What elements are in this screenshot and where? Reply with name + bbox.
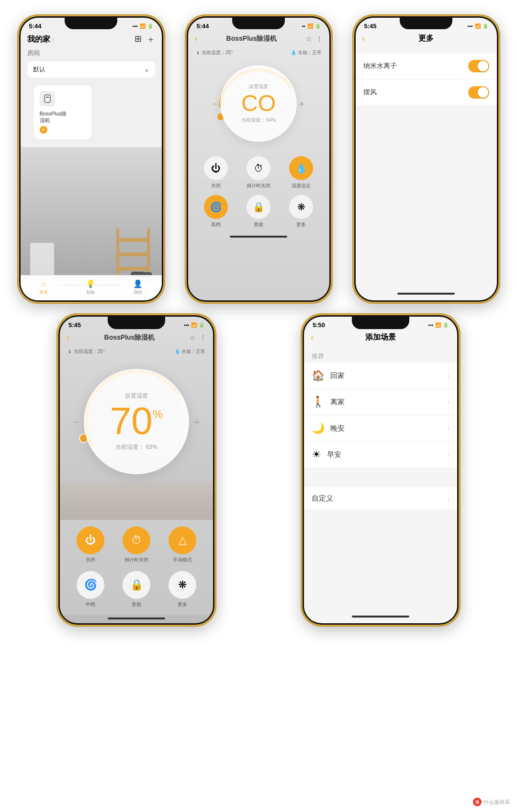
battery-icon-2: 🔋: [315, 23, 321, 29]
ctrl-label-humid-2: 湿度设定: [292, 183, 311, 189]
large-current-humidity: 当前湿度： 63%: [115, 443, 157, 451]
notch-3: [400, 18, 452, 29]
minus-btn-4[interactable]: －: [70, 414, 82, 429]
wifi-icon: 📶: [140, 23, 146, 29]
settings-header-3: ‹ 更多: [356, 32, 497, 49]
signal-icon-4: ▪▪▪: [184, 322, 189, 328]
device-title-2: BossPlus除湿机: [226, 34, 277, 43]
plus-icon[interactable]: ＋: [146, 34, 155, 45]
back-icon-2[interactable]: ‹: [195, 34, 198, 44]
time-1: 5:44: [29, 23, 42, 30]
home-indicator-2: [230, 236, 287, 238]
scene-row-leave[interactable]: 🚶 离家 ›: [304, 389, 457, 415]
svg-rect-1: [46, 97, 49, 98]
ctrl-btn-timer-2[interactable]: ⏱ 倒计时关闭: [240, 156, 277, 189]
section-label-recommend: 推荐: [304, 348, 457, 363]
scene-row-morning[interactable]: ☀ 早安 ›: [304, 442, 457, 468]
chevron-up-icon: ▲: [145, 67, 149, 72]
notch-1: [65, 18, 117, 29]
humid-icon-2: 💧: [289, 156, 313, 180]
settings-screen: 5:45 ▪▪▪ 📶 🔋 ‹ 更多 纳米水离子: [356, 18, 497, 300]
scene-row-home[interactable]: 🏠 回家 ›: [304, 363, 457, 389]
watermark-logo-text: 值: [475, 800, 479, 805]
ctrl-btn-high-2[interactable]: 🌀 高档: [198, 195, 235, 228]
lock-icon-2: 🔒: [247, 195, 270, 219]
header-actions-4: ☆ ⋮: [190, 334, 206, 342]
ctrl-btn-humid-2[interactable]: 💧 湿度设定: [283, 156, 320, 189]
back-icon-4[interactable]: ‹: [67, 332, 69, 343]
water-icon: 💧: [291, 50, 296, 55]
chevron-icon-leave: ›: [447, 398, 450, 406]
back-icon-5[interactable]: ‹: [311, 332, 314, 343]
timer-icon-2: ⏱: [247, 156, 270, 180]
chevron-icon-morning: ›: [447, 451, 450, 458]
time-4: 5:45: [68, 321, 81, 329]
phone-4: 5:45 ▪▪▪ 📶 🔋 ‹ BossPlus除湿机 ☆ ⋮: [56, 313, 216, 627]
device-header-4: ‹ BossPlus除湿机 ☆ ⋮: [60, 331, 213, 346]
scene-row-custom[interactable]: 自定义 ›: [304, 487, 457, 510]
bg-blur-area: [60, 481, 213, 520]
setting-row-2: 摆风: [356, 80, 497, 106]
status-icons-2: ▪▪ 📶 🔋: [302, 23, 320, 29]
tab-home[interactable]: ⌂ 首页: [39, 280, 48, 296]
tab-smart[interactable]: 💡 智能: [86, 279, 95, 296]
ctrl-btn-timer-4[interactable]: ⏱ 倒计时关闭: [117, 526, 156, 563]
plus-btn-4[interactable]: ＋: [191, 414, 202, 429]
scene-title: 添加场景: [365, 333, 396, 341]
ctrl-btn-more-4[interactable]: ❋ 更多: [163, 571, 202, 608]
ctrl-btn-lock-2[interactable]: 🔒 童锁: [240, 195, 277, 228]
ctrl-btn-mode-4[interactable]: △ 手动模式: [163, 526, 202, 563]
menu-icon-4[interactable]: ⋮: [200, 334, 206, 342]
device-card-1[interactable]: BossPlus除湿机 ●: [34, 85, 91, 139]
ctrl-btn-power-2[interactable]: ⏻ 关闭: [198, 156, 235, 189]
chevron-icon-night: ›: [447, 424, 450, 432]
dial-circle-2: － 设置湿度 CO 当前湿度： 64% ＋: [220, 65, 297, 142]
plus-btn-2[interactable]: ＋: [297, 97, 306, 110]
group-label: 默认: [33, 65, 45, 74]
large-dial-label: 设置湿度: [125, 392, 148, 400]
control-grid-4: ⏻ 关闭 ⏱ 倒计时关闭 △ 手动模式 🌀 中档: [60, 520, 213, 615]
signal-icon-5: ▪▪▪: [428, 322, 433, 328]
time-2: 5:44: [197, 23, 209, 30]
battery-icon-4: 🔋: [199, 322, 204, 328]
home-title-arrow: ›: [52, 36, 54, 43]
ctrl-btn-fan-4[interactable]: 🌀 中档: [71, 571, 110, 608]
wifi-icon-5: 📶: [435, 322, 441, 328]
current-humidity-value-2: 64%: [266, 117, 276, 123]
status-icons-1: ▪▪▪ 📶 🔋: [133, 23, 153, 29]
minus-btn-2[interactable]: －: [211, 97, 220, 110]
toggle-1[interactable]: [468, 60, 489, 72]
temp-info-4: 🌡 当前温度：25°: [67, 348, 105, 355]
ctrl-label-high-2: 高档: [211, 221, 221, 228]
home-indicator-3: [397, 293, 455, 295]
device-status-dot: ●: [40, 126, 47, 134]
ctrl-label-mode-4: 手动模式: [173, 557, 192, 563]
temp-label-4: 当前温度：: [74, 349, 98, 354]
grid-icon[interactable]: ⊞: [135, 34, 142, 45]
ctrl-btn-power-4[interactable]: ⏻ 关闭: [71, 526, 110, 563]
toggle-2[interactable]: [468, 86, 489, 99]
home-screen: 5:44 ▪▪▪ 📶 🔋 我的家 › ⊞ ＋: [21, 18, 162, 300]
ctrl-label-timer-4: 倒计时关闭: [124, 557, 148, 563]
room-label: 房间: [21, 49, 162, 61]
settings-title-3: 更多: [418, 34, 434, 42]
notch-2: [232, 18, 285, 29]
menu-icon-2[interactable]: ⋮: [316, 35, 323, 43]
timer-icon-4: ⏱: [123, 526, 150, 554]
home-tab-label: 首页: [39, 289, 48, 296]
scene-row-left-home: 🏠 回家: [312, 369, 345, 382]
tab-mine[interactable]: 👤 我的: [133, 279, 143, 296]
back-icon-3[interactable]: ‹: [362, 34, 365, 44]
star-icon-2[interactable]: ☆: [306, 35, 312, 43]
ctrl-btn-more-2[interactable]: ❋ 更多: [283, 195, 320, 228]
star-icon-4[interactable]: ☆: [190, 334, 196, 342]
info-bar-4: 🌡 当前温度：25° 💧 水箱：正常: [60, 346, 213, 357]
temp-info: 🌡 当前温度：25°: [196, 49, 233, 56]
smart-tab-label: 智能: [86, 289, 95, 296]
ctrl-btn-lock-4[interactable]: 🔒 童锁: [117, 571, 156, 608]
status-icons-4: ▪▪▪ 📶 🔋: [184, 322, 204, 328]
scene-row-night[interactable]: 🌙 晚安 ›: [304, 415, 457, 442]
mine-tab-label: 我的: [134, 289, 142, 296]
large-dial-container: － 设置湿度 70 % 当前湿度： 63% ＋: [60, 357, 213, 481]
water-icon-4: 💧: [174, 349, 180, 354]
